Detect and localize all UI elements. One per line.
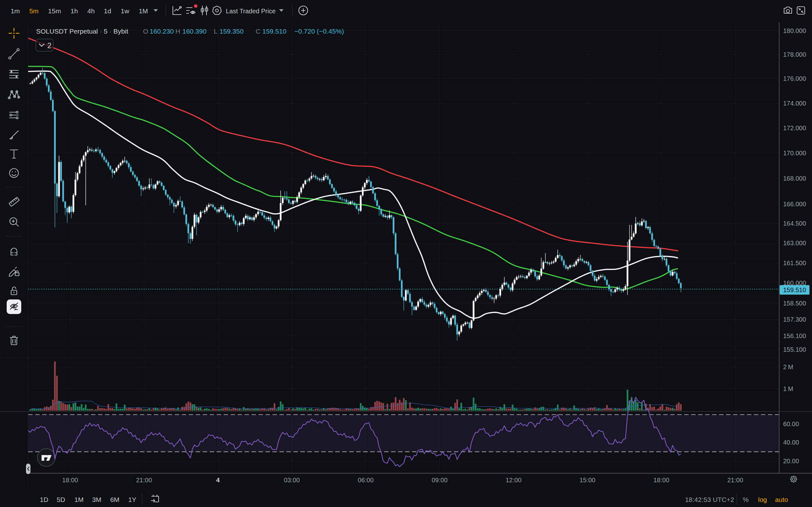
svg-text:60.00: 60.00	[783, 420, 799, 428]
svg-text:155.100: 155.100	[783, 346, 806, 353]
svg-text:06:00: 06:00	[358, 476, 374, 484]
svg-text:21:00: 21:00	[136, 476, 152, 484]
svg-text:18:00: 18:00	[62, 476, 78, 484]
svg-text:log: log	[758, 496, 767, 503]
svg-text:5D: 5D	[57, 496, 65, 503]
svg-text:159.510: 159.510	[783, 286, 806, 293]
svg-text:1h: 1h	[70, 7, 78, 14]
svg-text:auto: auto	[775, 496, 788, 503]
svg-text:1M: 1M	[139, 7, 148, 14]
svg-text:157.300: 157.300	[783, 316, 806, 323]
svg-text:158.500: 158.500	[783, 300, 806, 307]
svg-text:40.00: 40.00	[783, 439, 799, 446]
svg-text:2 M: 2 M	[783, 363, 793, 371]
svg-text:174.000: 174.000	[783, 100, 806, 107]
svg-text:1w: 1w	[121, 7, 130, 14]
svg-text:1 M: 1 M	[783, 385, 793, 392]
svg-text:2: 2	[47, 41, 51, 50]
svg-text:15:00: 15:00	[579, 476, 595, 484]
svg-text:21:00: 21:00	[727, 476, 743, 484]
svg-text:163.000: 163.000	[783, 239, 806, 246]
svg-text:1m: 1m	[10, 7, 20, 14]
svg-text:4h: 4h	[87, 7, 95, 14]
svg-text:12:00: 12:00	[506, 476, 521, 484]
svg-text:%: %	[743, 496, 749, 503]
svg-text:176.000: 176.000	[783, 75, 806, 82]
svg-text:170.000: 170.000	[783, 150, 806, 157]
svg-text:1Y: 1Y	[128, 496, 136, 503]
svg-text:20.00: 20.00	[783, 458, 799, 464]
svg-text:6M: 6M	[110, 496, 119, 503]
svg-text:18:00: 18:00	[653, 476, 669, 484]
svg-text:18:42:53 UTC+2: 18:42:53 UTC+2	[685, 496, 734, 503]
svg-text:09:00: 09:00	[432, 476, 448, 484]
svg-text:SOLUSDT Perpetual · 5 · BybitO: SOLUSDT Perpetual · 5 · BybitO160.230H16…	[36, 27, 344, 35]
svg-text:168.000: 168.000	[783, 175, 806, 182]
svg-text:1d: 1d	[104, 7, 111, 14]
svg-text:3M: 3M	[92, 496, 101, 503]
svg-text:180.000: 180.000	[783, 27, 806, 34]
svg-text:172.000: 172.000	[783, 124, 806, 131]
svg-text:161.500: 161.500	[783, 260, 806, 267]
svg-text:1D: 1D	[40, 496, 49, 503]
svg-text:166.000: 166.000	[783, 201, 806, 208]
svg-text:4: 4	[216, 476, 220, 484]
svg-text:178.000: 178.000	[783, 51, 806, 58]
svg-text:1M: 1M	[74, 496, 84, 503]
svg-text:5m: 5m	[29, 7, 38, 14]
svg-text:Last Traded Price: Last Traded Price	[226, 8, 275, 14]
svg-text:164.500: 164.500	[783, 220, 806, 227]
svg-text:156.100: 156.100	[783, 332, 806, 339]
svg-text:15m: 15m	[48, 7, 61, 14]
svg-text:03:00: 03:00	[284, 476, 300, 484]
